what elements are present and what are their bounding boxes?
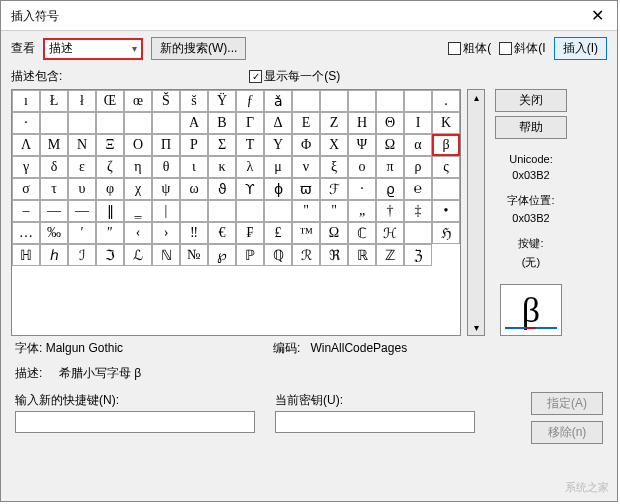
char-cell[interactable]: ℨ [404,244,432,266]
char-cell[interactable]: ‹ [124,222,152,244]
char-cell[interactable]: ‗ [124,200,152,222]
char-cell[interactable]: . [432,90,460,112]
char-cell[interactable]: ‖ [96,200,124,222]
char-cell[interactable]: σ [12,178,40,200]
char-cell[interactable]: ℍ [12,244,40,266]
char-cell[interactable]: ε [68,156,96,178]
char-cell[interactable]: ν [292,156,320,178]
char-cell[interactable] [320,90,348,112]
char-cell[interactable]: κ [208,156,236,178]
char-cell[interactable]: ξ [320,156,348,178]
char-cell[interactable] [432,178,460,200]
char-cell[interactable]: Ρ [180,134,208,156]
char-cell[interactable] [96,112,124,134]
char-cell[interactable]: ℙ [236,244,264,266]
char-cell[interactable]: Π [152,134,180,156]
char-cell[interactable]: Ÿ [208,90,236,112]
char-cell[interactable]: ς [432,156,460,178]
close-button[interactable]: 关闭 [495,89,567,112]
char-cell[interactable]: › [152,222,180,244]
char-cell[interactable]: ″ [96,222,124,244]
char-cell[interactable]: ϑ [208,178,236,200]
char-cell[interactable]: Ι [404,112,432,134]
char-cell[interactable]: ι [180,156,208,178]
char-cell[interactable]: η [124,156,152,178]
char-cell[interactable]: ₣ [236,222,264,244]
char-cell[interactable]: ∙ [348,178,376,200]
char-cell[interactable]: ω [180,178,208,200]
char-cell[interactable]: ‰ [40,222,68,244]
assign-button[interactable]: 指定(A) [531,392,603,415]
char-cell[interactable]: ‡ [404,200,432,222]
insert-button[interactable]: 插入(I) [554,37,607,60]
char-cell[interactable]: Κ [432,112,460,134]
char-cell[interactable]: † [376,200,404,222]
char-cell[interactable]: ′ [68,222,96,244]
char-cell[interactable]: ı [12,90,40,112]
char-cell[interactable]: Ζ [320,112,348,134]
char-cell[interactable] [264,200,292,222]
shortcut-input[interactable] [15,411,255,433]
char-cell[interactable]: ł [68,90,96,112]
char-cell[interactable]: ‼ [180,222,208,244]
char-cell[interactable]: Ł [40,90,68,112]
char-cell[interactable]: — [40,200,68,222]
char-cell[interactable]: Š [152,90,180,112]
italic-checkbox[interactable]: 斜体(I [499,40,545,57]
char-cell[interactable]: υ [68,178,96,200]
char-cell[interactable]: Γ [236,112,264,134]
char-cell[interactable]: ℚ [264,244,292,266]
char-cell[interactable]: Β [208,112,236,134]
char-cell[interactable]: ℱ [320,178,348,200]
char-cell[interactable] [68,112,96,134]
char-cell[interactable]: Α [180,112,208,134]
char-cell[interactable]: ℜ [320,244,348,266]
char-cell[interactable]: ℎ [40,244,68,266]
char-cell[interactable] [348,90,376,112]
char-cell[interactable]: „ [348,200,376,222]
char-cell[interactable]: ₤ [264,222,292,244]
char-cell[interactable]: Η [348,112,376,134]
char-cell[interactable]: Ω [376,134,404,156]
current-key-input[interactable] [275,411,475,433]
char-cell[interactable]: μ [264,156,292,178]
char-cell[interactable]: ℐ [68,244,96,266]
char-cell[interactable]: Σ [208,134,236,156]
char-cell[interactable]: Ω [320,222,348,244]
char-cell[interactable]: Ψ [348,134,376,156]
char-cell[interactable] [208,200,236,222]
char-cell[interactable]: № [180,244,208,266]
char-cell[interactable]: ǎ [264,90,292,112]
char-cell[interactable]: ϱ [376,178,404,200]
char-cell[interactable] [180,200,208,222]
char-cell[interactable]: φ [96,178,124,200]
show-each-checkbox[interactable]: ✓ 显示每一个(S) [249,68,340,85]
char-cell[interactable] [376,90,404,112]
help-button[interactable]: 帮助 [495,116,567,139]
char-cell[interactable]: • [432,200,460,222]
char-cell[interactable]: " [292,200,320,222]
char-cell[interactable]: – [12,200,40,222]
char-cell[interactable]: γ [12,156,40,178]
char-cell[interactable]: θ [152,156,180,178]
remove-button[interactable]: 移除(n) [531,421,603,444]
char-cell[interactable]: χ [124,178,152,200]
char-cell[interactable]: ζ [96,156,124,178]
char-cell[interactable] [292,90,320,112]
char-cell[interactable] [152,112,180,134]
char-cell[interactable]: | [152,200,180,222]
char-cell[interactable]: ℋ [376,222,404,244]
char-cell[interactable]: ℕ [152,244,180,266]
char-cell[interactable]: Ο [124,134,152,156]
char-cell[interactable]: ϕ [264,178,292,200]
character-grid[interactable]: ıŁłŒœŠšŸƒǎ.·ΑΒΓΔΕΖΗΘΙΚΛΜΝΞΟΠΡΣΤΥΦΧΨΩαβγδ… [11,89,461,336]
char-cell[interactable]: € [208,222,236,244]
char-cell[interactable] [404,222,432,244]
char-cell[interactable]: Μ [40,134,68,156]
char-cell[interactable]: Τ [236,134,264,156]
char-cell[interactable]: ℛ [292,244,320,266]
char-cell[interactable]: Φ [292,134,320,156]
char-cell[interactable]: Ε [292,112,320,134]
char-cell[interactable] [40,112,68,134]
char-cell[interactable]: Χ [320,134,348,156]
